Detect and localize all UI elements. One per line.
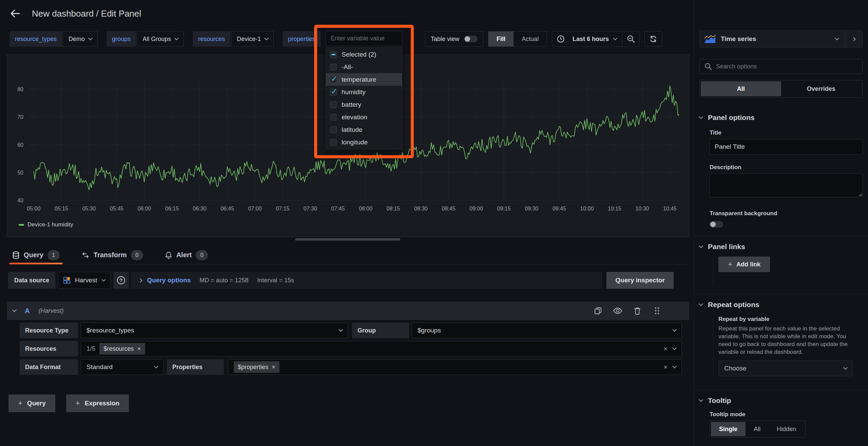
tab-badge: 0	[196, 250, 208, 260]
chart-legend[interactable]: Device-1 humidity	[19, 221, 689, 228]
query-options-toggle[interactable]: Query options	[139, 277, 191, 284]
dropdown-option-all[interactable]: -All-	[326, 61, 402, 73]
table-view-toggle[interactable]	[464, 36, 478, 42]
section-title: Panel options	[708, 114, 755, 122]
tooltip-mode-control: Single All Hidden	[710, 421, 806, 438]
add-query-button[interactable]: + Query	[8, 394, 55, 412]
horizontal-scrollbar[interactable]	[295, 238, 400, 241]
description-textarea[interactable]	[710, 174, 863, 197]
panel-title-input[interactable]	[710, 139, 863, 155]
panel-links-section-header[interactable]: Panel links	[699, 242, 863, 252]
checkbox[interactable]	[330, 114, 337, 121]
checkbox[interactable]	[330, 76, 337, 83]
tooltip-mode-hidden[interactable]: Hidden	[769, 422, 804, 436]
tooltip-mode-single[interactable]: Single	[711, 422, 746, 436]
group-label: Group	[352, 323, 409, 338]
variable-value-dropdown[interactable]: Demo	[63, 31, 98, 47]
time-picker-button[interactable]	[552, 32, 569, 46]
clear-selection-icon[interactable]: ×	[660, 345, 671, 353]
svg-text:09:45: 09:45	[553, 206, 566, 211]
query-header[interactable]: A (Harvest)	[7, 302, 689, 320]
tab-all-options[interactable]: All	[701, 81, 781, 96]
svg-text:?: ?	[119, 278, 122, 283]
add-expression-button[interactable]: + Expression	[66, 394, 129, 412]
options-search[interactable]	[699, 59, 863, 74]
tooltip-mode-all[interactable]: All	[746, 422, 769, 436]
datasource-picker[interactable]: Harvest	[58, 272, 111, 289]
checkbox[interactable]	[330, 51, 337, 58]
time-range-label[interactable]: Last 6 hours	[573, 36, 609, 43]
remove-tag-icon[interactable]: ×	[137, 345, 141, 352]
hide-query-button[interactable]	[613, 306, 623, 316]
dropdown-option-elevation[interactable]: elevation	[326, 111, 402, 123]
panel-options-section-header[interactable]: Panel options	[699, 113, 863, 123]
tab-overrides[interactable]: Overrides	[781, 81, 862, 96]
tooltip-section-header[interactable]: Tooltip	[699, 396, 863, 406]
chevron-down-icon	[88, 36, 93, 40]
dropdown-option-latitude[interactable]: latitude	[326, 123, 402, 136]
dropdown-option-temperature[interactable]: temperature	[326, 73, 402, 86]
variable-value-dropdown[interactable]: Device-1	[231, 31, 274, 47]
data-format-select[interactable]: Standard	[81, 359, 163, 375]
duplicate-query-button[interactable]	[593, 306, 603, 316]
zoom-out-button[interactable]	[622, 32, 639, 46]
delete-query-button[interactable]	[632, 306, 642, 316]
svg-text:07:30: 07:30	[304, 206, 317, 211]
refresh-button[interactable]	[645, 32, 662, 46]
svg-text:10:00: 10:00	[580, 206, 594, 211]
clear-selection-icon[interactable]: ×	[660, 363, 671, 371]
expand-viz-picker-button[interactable]	[845, 31, 862, 47]
back-button[interactable]	[7, 6, 22, 21]
dropdown-option-battery[interactable]: battery	[326, 98, 402, 111]
tab-query[interactable]: Query 1	[11, 246, 61, 264]
drag-handle[interactable]	[652, 306, 662, 316]
page-title: New dashboard / Edit Panel	[32, 8, 141, 19]
checkbox[interactable]	[330, 126, 337, 133]
checkbox[interactable]	[330, 101, 337, 108]
group-select[interactable]: $groups	[412, 323, 682, 338]
fill-mode-button[interactable]: Fill	[488, 32, 514, 46]
panel-links-content: + Add link	[699, 257, 863, 286]
checkbox[interactable]	[330, 89, 337, 96]
variable-value-input[interactable]	[326, 31, 402, 46]
variable-value-dropdown[interactable]: All Groups	[137, 31, 184, 47]
chevron-down-icon	[672, 364, 677, 368]
visualization-picker[interactable]: Time series	[699, 31, 863, 47]
resource-type-row: Resource Type $resource_types Group $gro…	[20, 323, 689, 338]
actual-mode-button[interactable]: Actual	[514, 32, 547, 46]
group-value: $groups	[418, 327, 441, 334]
fill-actual-group: Fill Actual	[488, 31, 547, 47]
datasource-help-button[interactable]: ?	[113, 272, 129, 289]
resources-multiselect[interactable]: 1/5 $resources × ×	[81, 341, 682, 357]
options-search-input[interactable]	[716, 63, 857, 70]
help-icon: ?	[117, 276, 126, 285]
checkbox[interactable]	[330, 64, 337, 70]
resource-type-select[interactable]: $resource_types	[81, 323, 348, 338]
transparent-background-toggle[interactable]	[710, 221, 723, 228]
variable-dropdown-menu: Selected (2) -All- temperature humidity …	[326, 47, 402, 149]
dropdown-option-longitude[interactable]: longitude	[326, 136, 402, 148]
remove-tag-icon[interactable]: ×	[272, 363, 275, 371]
query-inspector-button[interactable]: Query inspector	[606, 272, 674, 289]
repeat-options-section-header[interactable]: Repeat options	[699, 300, 863, 310]
section-divider	[694, 390, 868, 390]
toggle-knob	[465, 36, 470, 42]
checkbox[interactable]	[330, 139, 337, 146]
svg-text:10:30: 10:30	[635, 206, 649, 211]
repeat-variable-select[interactable]: Choose	[718, 361, 853, 376]
plus-icon: +	[18, 399, 22, 408]
dropdown-option-humidity[interactable]: humidity	[326, 86, 402, 98]
svg-text:09:00: 09:00	[469, 206, 483, 211]
properties-multiselect[interactable]: $properties × ×	[228, 359, 682, 375]
dropdown-option-selected[interactable]: Selected (2)	[326, 48, 402, 61]
add-link-button[interactable]: + Add link	[718, 257, 770, 272]
resources-count: 1/5	[86, 345, 95, 352]
tab-transform[interactable]: Transform 0	[80, 246, 144, 264]
time-range-group: Last 6 hours	[552, 31, 640, 47]
section-title: Repeat options	[708, 301, 759, 309]
chevron-down-icon[interactable]	[12, 308, 17, 312]
variable-label: resources	[193, 31, 230, 47]
option-label: latitude	[342, 126, 362, 134]
chevron-down-icon	[613, 36, 617, 40]
tab-alert[interactable]: Alert 0	[163, 246, 210, 264]
